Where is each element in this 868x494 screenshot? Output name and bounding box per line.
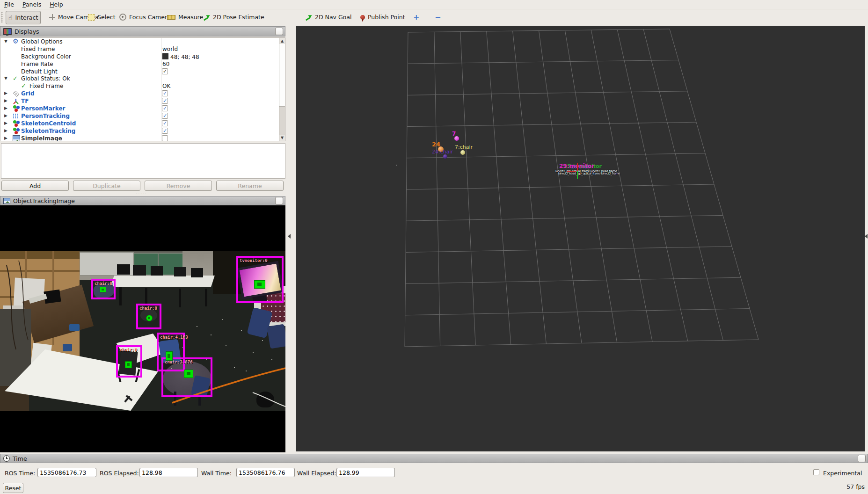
ros-time-input[interactable] [37, 468, 96, 477]
tree-row-personmarker[interactable]: ▶ PersonMarker [0, 105, 285, 112]
menu-bar: File Panels Help [0, 0, 868, 9]
time-panel-header[interactable]: Time [0, 454, 868, 463]
reset-button[interactable]: Reset [3, 483, 23, 493]
tree-row-frame-rate[interactable]: Frame Rate 60 [0, 60, 285, 68]
expand-icon[interactable]: ▶ [4, 113, 7, 118]
panel-float-button[interactable] [275, 28, 283, 35]
tree-row-persontracking[interactable]: ▶ PersonTracking [0, 112, 285, 120]
pose-estimate-label: 2D Pose Estimate [213, 14, 264, 21]
marker-spheres-icon [13, 105, 19, 112]
skeletontracking-enabled-checkbox[interactable] [162, 128, 168, 134]
tree-row-default-light[interactable]: Default Light [0, 68, 285, 75]
wall-time-input[interactable] [236, 468, 295, 477]
tree-row-global-options[interactable]: ▼ Global Options [0, 38, 285, 45]
scrollbar-thumb[interactable] [279, 106, 285, 135]
tree-row-tf[interactable]: ▶ TF [0, 97, 285, 105]
tf-z-axis [577, 163, 578, 171]
tree-row-global-status[interactable]: ▼ Global Status: Ok [0, 75, 285, 82]
tree-row-fixed-frame-status[interactable]: Fixed Frame OK [0, 82, 285, 90]
menu-help[interactable]: Help [45, 0, 67, 9]
property-value[interactable]: world [162, 46, 178, 52]
marker-sphere-yellow [460, 150, 465, 155]
tree-row-grid[interactable]: ▶ Grid [0, 90, 285, 97]
3d-viewport[interactable]: 7 24 7:chair 24:chair 17:tvmonitor 26:ch… [296, 26, 865, 451]
measure-tool-button[interactable]: Measure [165, 11, 205, 23]
displays-tree: ▼ Global Options Fixed Frame world Backg… [0, 37, 285, 141]
rviz-window: File Panels Help ☝ Interact Move Camera … [0, 0, 868, 494]
ground-grid [296, 26, 865, 451]
pose-estimate-tool-button[interactable]: 2D Pose Estimate [201, 11, 267, 23]
expand-icon[interactable]: ▶ [4, 121, 7, 125]
splitter-collapse-arrow[interactable] [865, 234, 868, 239]
property-value[interactable]: 48; 48; 48 [162, 53, 199, 60]
tf-enabled-checkbox[interactable] [162, 98, 168, 104]
property-value[interactable]: 60 [162, 61, 169, 67]
remove-tool-button[interactable]: − [432, 11, 443, 23]
nav-goal-tool-button[interactable]: 2D Nav Goal [303, 11, 354, 23]
tree-row-skeletoncentroid[interactable]: ▶ SkeletonCentroid [0, 120, 285, 127]
collapse-icon[interactable]: ▼ [4, 39, 7, 44]
default-light-checkbox[interactable] [162, 68, 168, 74]
ros-time-label: ROS Time: [5, 470, 35, 477]
expand-icon[interactable]: ▶ [4, 106, 7, 110]
toolbar-drag-handle[interactable] [1, 12, 3, 23]
detection-label: chair:0 [119, 348, 137, 352]
ruler-icon [167, 15, 175, 20]
display-name: SkeletonTracking [21, 128, 75, 134]
image-panel-icon [3, 198, 10, 204]
add-tool-button[interactable]: + [411, 11, 422, 23]
select-tool-button[interactable]: Select [86, 11, 118, 23]
skeletoncentroid-enabled-checkbox[interactable] [162, 120, 168, 126]
menu-file[interactable]: File [0, 0, 18, 9]
simpleimage-enabled-checkbox[interactable] [162, 135, 168, 141]
tree-row-simpleimage[interactable]: ▶ SimpleImage [0, 135, 285, 141]
add-display-button[interactable]: Add [1, 181, 69, 191]
tree-row-background-color[interactable]: Background Color 48; 48; 48 [0, 53, 285, 60]
displays-panel-header[interactable]: Displays [0, 26, 285, 36]
status-ok-icon [21, 83, 28, 89]
collapse-icon[interactable]: ▼ [4, 76, 7, 80]
measure-label: Measure [178, 14, 203, 21]
centroid-marker [184, 370, 193, 378]
scroll-down-icon[interactable]: ▼ [279, 135, 285, 141]
publish-point-tool-button[interactable]: Publish Point [358, 11, 408, 23]
menu-panels[interactable]: Panels [18, 0, 45, 9]
detection-label: chair:0 [95, 281, 112, 286]
duplicate-display-button[interactable]: Duplicate [73, 181, 140, 191]
expand-icon[interactable]: ▶ [4, 98, 7, 103]
scroll-up-icon[interactable]: ▲ [279, 38, 285, 44]
display-name: SimpleImage [21, 135, 62, 141]
image-panel-header[interactable]: ObjectTrackingImage [0, 196, 285, 205]
display-name: PersonTracking [21, 113, 70, 119]
tree-row-skeletontracking[interactable]: ▶ SkeletonTracking [0, 127, 285, 135]
expand-icon[interactable]: ▶ [4, 91, 7, 95]
remove-display-button[interactable]: Remove [145, 181, 212, 191]
property-name: Fixed Frame [29, 83, 63, 89]
status-ok-icon [13, 75, 19, 82]
splitter-handle[interactable]: ······ [136, 191, 146, 196]
experimental-checkbox[interactable] [813, 469, 819, 475]
property-name: Frame Rate [21, 61, 53, 67]
interact-tool-button[interactable]: ☝ Interact [6, 11, 41, 24]
tf-axes-icon [13, 98, 19, 104]
tree-row-fixed-frame[interactable]: Fixed Frame world [0, 45, 285, 53]
panel-float-button[interactable] [275, 197, 283, 204]
toolbar: ☝ Interact Move Camera Select Focus Came… [0, 9, 868, 25]
ros-elapsed-input[interactable] [139, 468, 198, 477]
green-arrow-icon [204, 14, 210, 21]
expand-icon[interactable]: ▶ [4, 128, 7, 133]
panel-float-button[interactable] [858, 455, 866, 462]
expand-icon[interactable]: ▶ [4, 136, 7, 140]
grid-enabled-checkbox[interactable] [162, 90, 168, 96]
wall-elapsed-input[interactable] [336, 468, 395, 477]
detection-label: chair:0 [139, 306, 157, 311]
persontracking-enabled-checkbox[interactable] [162, 113, 168, 119]
centroid-marker [254, 280, 265, 289]
splitter-collapse-arrow[interactable] [288, 234, 291, 239]
rename-display-button[interactable]: Rename [216, 181, 284, 191]
display-description-box [1, 143, 285, 179]
tree-scrollbar[interactable]: ▲ ▼ [279, 37, 285, 141]
marker-sphere-purple [443, 154, 447, 159]
personmarker-enabled-checkbox[interactable] [162, 105, 168, 111]
property-name: Fixed Frame [21, 46, 55, 52]
